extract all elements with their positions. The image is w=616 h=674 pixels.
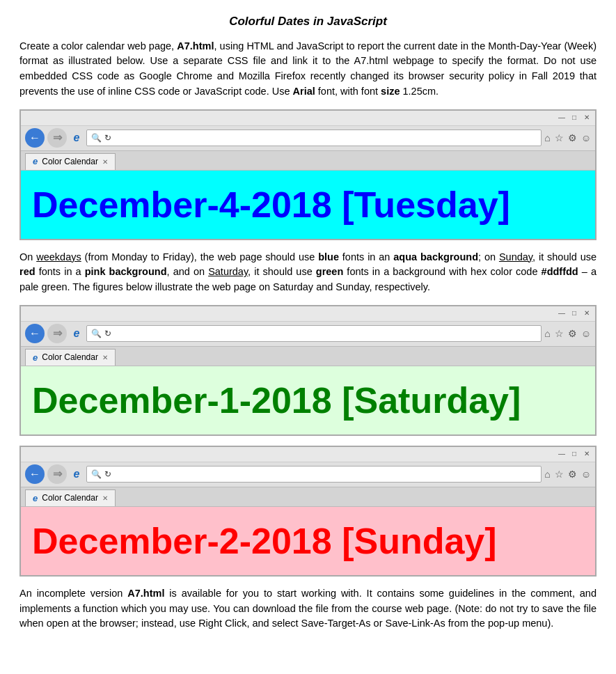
tab-close-3[interactable]: ✕ [102,493,108,503]
ie-icon-2: e [70,327,84,340]
tab-bar-2: e Color Calendar ✕ [21,347,595,366]
close-icon-2[interactable]: ✕ [583,309,591,318]
date-display-2: December-1-2018 [Saturday] [32,373,521,428]
star-icon-3[interactable]: ☆ [555,467,564,482]
smiley-icon-2[interactable]: ☺ [581,327,591,341]
tab-close-2[interactable]: ✕ [102,352,108,363]
home-icon-2[interactable]: ⌂ [544,327,550,341]
back-button[interactable]: ← [25,128,45,148]
star-icon-2[interactable]: ☆ [555,327,564,341]
saturday-label: Saturday [208,266,248,277]
browser-toolbar-2: ← ⇒ e 🔍 ↻ ⌂ ☆ ⚙ ☺ [21,322,595,347]
intro-paragraph: Create a color calendar web page, A7.htm… [19,39,597,100]
intro-period: . [436,86,439,97]
tab-1[interactable]: e Color Calendar ✕ [25,153,116,170]
home-icon-1[interactable]: ⌂ [544,131,550,146]
middle-text-1: On [19,251,36,262]
search-icon-2: 🔍 [91,327,102,340]
tab-label-3: Color Calendar [42,492,98,504]
browser-window-2: — □ ✕ ← ⇒ e 🔍 ↻ ⌂ ☆ ⚙ ☺ e Color Calendar… [19,305,597,436]
browser-content-2: December-1-2018 [Saturday] [21,366,595,434]
browser-content-3: December-2-2018 [Sunday] [21,507,595,575]
toolbar-right-3: ⌂ ☆ ⚙ ☺ [544,467,591,482]
minimize-icon-2[interactable]: — [558,309,566,318]
close-icon-3[interactable]: ✕ [583,450,591,458]
middle-text-2: (from Monday to Friday), the web page sh… [81,251,318,262]
date-display-3: December-2-2018 [Sunday] [32,514,497,568]
tab-3[interactable]: e Color Calendar ✕ [25,489,116,506]
minimize-icon[interactable]: — [558,113,566,122]
forward-button-2[interactable]: ⇒ [47,324,67,343]
browser-titlebar-1: — □ ✕ [21,111,595,126]
blue-label: blue [318,251,339,262]
intro-font: Arial [293,86,315,97]
refresh-icon-1: ↻ [104,132,111,144]
intro-text-1: Create a color calendar web page, [19,40,177,52]
red-label: red [19,266,35,277]
forward-button[interactable]: ⇒ [47,128,67,148]
back-button-2[interactable]: ← [25,324,45,343]
intro-filename: A7.html [177,40,214,52]
sunday-label: Sunday [499,251,532,262]
back-button-3[interactable]: ← [25,464,45,484]
weekdays-label: weekdays [36,251,81,262]
browser-toolbar-3: ← ⇒ e 🔍 ↻ ⌂ ☆ ⚙ ☺ [21,462,595,487]
smiley-icon-1[interactable]: ☺ [581,131,591,146]
gear-icon-3[interactable]: ⚙ [568,467,577,482]
home-icon-3[interactable]: ⌂ [544,467,550,482]
browser-content-1: December-4-2018 [Tuesday] [21,171,595,239]
smiley-icon-3[interactable]: ☺ [581,467,591,482]
tab-bar-3: e Color Calendar ✕ [21,487,595,507]
footer-text-1: An incomplete version [19,588,127,599]
browser-window-3: — □ ✕ ← ⇒ e 🔍 ↻ ⌂ ☆ ⚙ ☺ e Color Calendar… [19,446,597,577]
aqua-bg-label: aqua background [393,251,478,262]
middle-text-8: , it should use [248,266,316,277]
footer-filename: A7.html [127,588,164,599]
middle-paragraph: On weekdays (from Monday to Friday), the… [19,250,597,295]
browser-toolbar-1: ← ⇒ e 🔍 ↻ ⌂ ☆ ⚙ ☺ [21,126,595,151]
intro-size-label: size [381,86,400,97]
gear-icon-2[interactable]: ⚙ [568,327,577,341]
browser-titlebar-2: — □ ✕ [21,306,595,322]
tab-label-2: Color Calendar [42,351,98,363]
tab-2[interactable]: e Color Calendar ✕ [25,349,116,366]
footer-paragraph: An incomplete version A7.html is availab… [19,586,597,632]
maximize-icon-3[interactable]: □ [570,450,578,458]
date-display-1: December-4-2018 [Tuesday] [32,178,510,232]
browser-titlebar-3: — □ ✕ [21,447,595,462]
green-label: green [316,266,344,277]
middle-text-9: fonts in a background with hex color cod… [343,266,541,277]
middle-text-6: fonts in a [35,266,85,277]
forward-button-3[interactable]: ⇒ [47,464,67,484]
intro-size-value: 1.25cm [400,86,436,97]
address-bar-1[interactable]: 🔍 ↻ [86,130,542,146]
ie-icon-3: e [70,467,84,481]
refresh-icon-2: ↻ [104,327,111,340]
tab-label-1: Color Calendar [42,155,98,168]
middle-text-4: ; on [478,251,499,262]
browser-window-1: — □ ✕ ← ⇒ e 🔍 ↻ ⌂ ☆ ⚙ ☺ e Color Calendar… [19,109,597,240]
intro-text-3: font, with font [315,86,381,97]
gear-icon-1[interactable]: ⚙ [568,131,577,146]
middle-text-7: , and on [167,266,209,277]
maximize-icon-2[interactable]: □ [570,309,578,318]
minimize-icon-3[interactable]: — [558,450,566,458]
tab-close-1[interactable]: ✕ [102,157,108,167]
tab-bar-1: e Color Calendar ✕ [21,151,595,171]
middle-text-3: fonts in an [339,251,393,262]
middle-text-5: , it should use [532,251,597,262]
pink-bg-label: pink background [85,266,167,277]
ie-icon-1: e [70,131,84,145]
toolbar-right-2: ⌂ ☆ ⚙ ☺ [544,327,591,341]
address-bar-3[interactable]: 🔍 ↻ [86,466,542,483]
address-bar-2[interactable]: 🔍 ↻ [86,325,542,342]
maximize-icon[interactable]: □ [570,113,578,122]
close-icon[interactable]: ✕ [583,113,591,122]
star-icon-1[interactable]: ☆ [555,131,564,146]
refresh-icon-3: ↻ [104,468,111,480]
search-icon-3: 🔍 [91,468,102,480]
page-title: Colorful Dates in JavaScript [19,13,597,31]
search-icon-1: 🔍 [91,132,102,144]
hex-label: #ddffdd [542,266,578,277]
toolbar-right-1: ⌂ ☆ ⚙ ☺ [544,131,591,146]
